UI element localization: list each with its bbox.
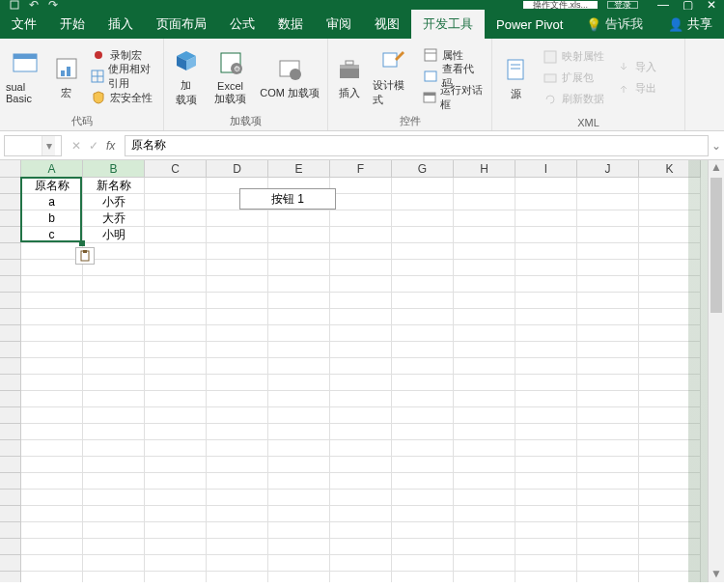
- cell[interactable]: [207, 572, 268, 582]
- cell[interactable]: [21, 375, 83, 391]
- name-box[interactable]: ▾: [4, 135, 62, 156]
- cell[interactable]: [392, 260, 454, 276]
- cell[interactable]: [392, 506, 454, 522]
- cell[interactable]: [207, 243, 268, 260]
- cell[interactable]: [83, 522, 145, 539]
- cell[interactable]: [83, 572, 145, 582]
- cell[interactable]: [515, 325, 577, 342]
- cell[interactable]: [207, 506, 268, 522]
- maximize-icon[interactable]: ▢: [682, 0, 693, 10]
- cell[interactable]: [21, 243, 83, 260]
- cell[interactable]: 原名称: [21, 178, 83, 194]
- cell[interactable]: [207, 325, 268, 342]
- row-header-16[interactable]: [0, 424, 21, 440]
- cell[interactable]: [145, 506, 207, 522]
- cell[interactable]: [577, 358, 639, 375]
- cell[interactable]: [330, 210, 392, 227]
- cell[interactable]: [268, 457, 330, 473]
- cell[interactable]: [268, 325, 330, 342]
- cell[interactable]: [21, 440, 83, 457]
- cell[interactable]: [392, 342, 454, 358]
- cell[interactable]: [145, 325, 207, 342]
- cell[interactable]: [515, 276, 577, 293]
- cancel-icon[interactable]: ✕: [71, 139, 81, 153]
- column-header-E[interactable]: E: [268, 160, 330, 178]
- cell[interactable]: [577, 473, 639, 490]
- tab-formulas[interactable]: 公式: [218, 10, 266, 39]
- cell[interactable]: [207, 539, 268, 555]
- cell[interactable]: [454, 375, 515, 391]
- cell[interactable]: [145, 276, 207, 293]
- cell[interactable]: [268, 440, 330, 457]
- cell[interactable]: [454, 342, 515, 358]
- cell[interactable]: [392, 293, 454, 309]
- fx-icon[interactable]: fx: [106, 139, 115, 153]
- cell[interactable]: [207, 358, 268, 375]
- sheet-form-button[interactable]: 按钮 1: [239, 188, 336, 210]
- cell[interactable]: [330, 309, 392, 325]
- cell[interactable]: [268, 506, 330, 522]
- column-header-A[interactable]: A: [21, 160, 83, 178]
- cell[interactable]: [392, 243, 454, 260]
- cell[interactable]: [392, 457, 454, 473]
- cell[interactable]: [268, 227, 330, 243]
- cell[interactable]: [21, 342, 83, 358]
- cell[interactable]: [392, 424, 454, 440]
- column-header-F[interactable]: F: [330, 160, 392, 178]
- cell[interactable]: [454, 260, 515, 276]
- map-properties-button[interactable]: 映射属性: [541, 47, 606, 67]
- cell[interactable]: [454, 194, 515, 210]
- cell[interactable]: [330, 407, 392, 424]
- row-header-22[interactable]: [0, 522, 21, 539]
- cell[interactable]: [207, 210, 268, 227]
- cell[interactable]: [515, 375, 577, 391]
- cell[interactable]: [392, 309, 454, 325]
- cell[interactable]: [21, 555, 83, 572]
- cell[interactable]: [515, 473, 577, 490]
- cell[interactable]: [392, 227, 454, 243]
- column-header-H[interactable]: H: [454, 160, 515, 178]
- cell[interactable]: [268, 555, 330, 572]
- expansion-button[interactable]: 扩展包: [541, 69, 606, 88]
- row-header-20[interactable]: [0, 490, 21, 506]
- cell[interactable]: [330, 227, 392, 243]
- minimize-icon[interactable]: —: [657, 0, 669, 10]
- cell[interactable]: 大乔: [83, 210, 145, 227]
- cell[interactable]: [21, 424, 83, 440]
- redo-icon[interactable]: ↷: [46, 0, 60, 10]
- cell[interactable]: [392, 572, 454, 582]
- column-header-C[interactable]: C: [145, 160, 207, 178]
- select-all-corner[interactable]: [0, 160, 21, 178]
- cell[interactable]: [392, 325, 454, 342]
- cell[interactable]: [330, 522, 392, 539]
- save-icon[interactable]: [8, 0, 21, 10]
- cell[interactable]: [207, 375, 268, 391]
- cell[interactable]: [330, 539, 392, 555]
- cell[interactable]: [577, 407, 639, 424]
- cell[interactable]: [207, 490, 268, 506]
- cell[interactable]: [515, 227, 577, 243]
- cell[interactable]: [515, 490, 577, 506]
- cell[interactable]: [268, 309, 330, 325]
- cell[interactable]: [515, 342, 577, 358]
- cell[interactable]: [577, 276, 639, 293]
- run-dialog-button[interactable]: 运行对话框: [421, 88, 486, 107]
- cell[interactable]: [454, 210, 515, 227]
- cell[interactable]: [577, 572, 639, 582]
- cell[interactable]: [577, 309, 639, 325]
- cell[interactable]: [83, 325, 145, 342]
- cell[interactable]: [145, 407, 207, 424]
- cell[interactable]: [454, 522, 515, 539]
- undo-icon[interactable]: ↶: [27, 0, 41, 10]
- cell[interactable]: 小乔: [83, 194, 145, 210]
- cell[interactable]: [21, 457, 83, 473]
- export-button[interactable]: 导出: [614, 79, 658, 98]
- cell[interactable]: [268, 522, 330, 539]
- row-header-11[interactable]: [0, 342, 21, 358]
- cell[interactable]: [83, 506, 145, 522]
- cell[interactable]: [83, 358, 145, 375]
- cell[interactable]: [207, 424, 268, 440]
- cell[interactable]: [268, 342, 330, 358]
- cell[interactable]: [515, 572, 577, 582]
- cell[interactable]: [392, 522, 454, 539]
